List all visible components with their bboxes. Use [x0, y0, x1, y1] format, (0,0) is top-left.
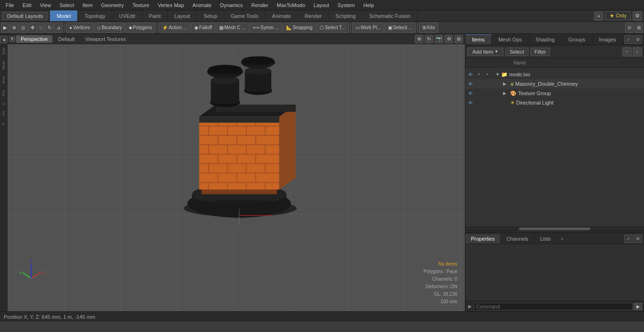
viewport-tab-textures[interactable]: Viewport Textures [80, 35, 131, 43]
panel-tab-items[interactable]: Items [465, 34, 492, 44]
prop-expand-icon[interactable]: ⤢ [624, 235, 633, 243]
prop-tab-lists[interactable]: Lists [535, 234, 557, 243]
panel-tab-groups[interactable]: Groups [561, 35, 592, 44]
menu-item[interactable]: Item [79, 1, 96, 9]
panel-expand-icon[interactable]: ⤢ [624, 35, 633, 44]
menu-view[interactable]: View [36, 1, 55, 9]
tree-expand-masonry[interactable]: ▶ [503, 81, 509, 86]
scene-tree[interactable]: 👁 + + ▼ 📁 modo.lxo 👁 ▶ ◈ Masonry_Double_… [465, 68, 644, 227]
command-submit-btn[interactable]: ▶ [634, 303, 642, 310]
layout-tab-game-tools[interactable]: Game Tools [224, 10, 266, 21]
tool-box-icon[interactable]: □ [37, 23, 45, 33]
menu-geometry[interactable]: Geometry [97, 1, 127, 9]
prop-tab-plus[interactable]: + [557, 234, 567, 243]
menu-system[interactable]: System [334, 1, 359, 9]
menu-dynamics[interactable]: Dynamics [216, 1, 247, 9]
tool-work-pl[interactable]: ▭ Work Pl... [352, 23, 384, 33]
viewport-tab-default[interactable]: Default [53, 35, 79, 43]
menu-select[interactable]: Select [56, 1, 78, 9]
tool-viewport-mode[interactable]: ⊞ [635, 23, 643, 33]
tree-expand-tg[interactable]: ▶ [503, 91, 509, 96]
tool-boundary[interactable]: ◇ Boundary [94, 23, 125, 33]
layout-tab-schematic-fusion[interactable]: Schematic Fusion [363, 10, 417, 21]
viewport-expand-icon[interactable]: ⊞ [454, 35, 463, 43]
select-button[interactable]: Select [505, 48, 528, 56]
tree-item-masonry[interactable]: 👁 ▶ ◈ Masonry_Double_Chimney [465, 79, 644, 89]
tool-selecti[interactable]: ▣ Selecti ... [385, 23, 416, 33]
command-input[interactable] [474, 303, 633, 310]
layout-tab-uvedit[interactable]: UVEdit [112, 10, 142, 21]
tree-vis-texture-group[interactable]: 👁 [466, 89, 475, 97]
viewport-rotate-icon[interactable]: ↻ [425, 35, 433, 43]
tree-item-modo-lxo[interactable]: 👁 + + ▼ 📁 modo.lxo [465, 70, 644, 79]
items-arrow-icon[interactable]: ↓ [633, 47, 642, 57]
sidebar-label-uv[interactable]: UV [1, 108, 6, 119]
star-only-button[interactable]: ★ Only [605, 11, 631, 20]
tool-vertices[interactable]: ● Vertices [66, 23, 93, 33]
viewport-canvas[interactable]: X Y Z No Items Polygons : Face Channels:… [8, 44, 465, 311]
viewport-tab-perspective[interactable]: Perspective [16, 35, 52, 43]
viewport-camera-icon[interactable]: 📷 [435, 35, 443, 43]
menu-layout[interactable]: Layout [310, 1, 333, 9]
viewport-settings-icon[interactable]: ⚙ [445, 35, 453, 43]
tool-rotate-icon[interactable]: ↻ [45, 23, 54, 33]
panel-settings-icon[interactable]: ⚙ [634, 35, 642, 44]
layout-tab-model[interactable]: Model [50, 10, 78, 21]
tool-kits[interactable]: ⊞ Kits [419, 23, 438, 33]
tool-scale-icon[interactable]: ⊿ [54, 23, 63, 33]
prop-tab-properties[interactable]: Properties [465, 234, 501, 243]
menu-file[interactable]: File [2, 1, 18, 9]
layout-tab-layout[interactable]: Layout [168, 10, 197, 21]
menu-edit[interactable]: Edit [19, 1, 35, 9]
layout-tab-paint[interactable]: Paint [142, 10, 168, 21]
tree-vis-modo-lxo[interactable]: 👁 [466, 70, 475, 79]
sidebar-collapse-btn[interactable]: ◀ [0, 36, 8, 43]
tool-select-icon[interactable]: ▶ [1, 23, 9, 33]
tool-transform-icon[interactable]: ✥ [28, 23, 37, 33]
tool-lasso-icon[interactable]: ◎ [19, 23, 28, 33]
default-layouts-dropdown[interactable]: Default Layouts [2, 12, 48, 20]
menu-animate[interactable]: Animate [189, 1, 215, 9]
panel-tab-images[interactable]: Images [593, 35, 623, 44]
tree-scrollbar-thumb[interactable] [519, 227, 591, 230]
tool-snapping[interactable]: 📐 Snapping [283, 23, 316, 33]
menu-maxtomodo[interactable]: MaxToModo [273, 1, 309, 9]
tool-grid-icon[interactable]: ⊕ [10, 23, 18, 33]
panel-tab-shading[interactable]: Shading [529, 35, 561, 44]
layout-tab-scripting[interactable]: Scripting [329, 10, 363, 21]
sidebar-label-pol[interactable]: Pol. [1, 87, 6, 99]
tree-vis-directional-light[interactable]: 👁 [466, 98, 475, 107]
prop-tab-channels[interactable]: Channels [501, 234, 534, 243]
tool-polygons[interactable]: ■ Polygons [125, 23, 155, 33]
add-item-button[interactable]: Add Item ▼ [467, 48, 504, 56]
tool-select-t[interactable]: ⬡ Select T... [316, 23, 349, 33]
sidebar-label-mesh[interactable]: Mesh [1, 58, 6, 73]
menu-help[interactable]: Help [360, 1, 378, 9]
sidebar-label-env[interactable]: Env. [1, 73, 6, 86]
layout-add-button[interactable]: + [594, 11, 603, 21]
layout-tab-setup[interactable]: Setup [197, 10, 224, 21]
panel-tab-mesh-ops[interactable]: Mesh Ops [492, 35, 529, 44]
tool-symm[interactable]: ⟺ Symm ... [249, 23, 282, 33]
menu-render[interactable]: Render [248, 1, 272, 9]
menu-vertex-map[interactable]: Vertex Map [154, 1, 188, 9]
tool-mesh-c[interactable]: ▦ Mesh C ... [216, 23, 249, 33]
sidebar-label-f[interactable]: F [1, 120, 6, 128]
sidebar-label-c[interactable]: C [1, 99, 6, 108]
tree-item-directional-light[interactable]: 👁 ☀ Directional Light [465, 98, 644, 107]
tree-expand-modo-lxo[interactable]: ▼ [495, 72, 500, 77]
viewport-config-btn[interactable]: ▼ [9, 36, 15, 42]
tool-viewport-center[interactable]: ⊙ [625, 23, 634, 33]
filter-button[interactable]: Filter [530, 48, 550, 56]
layout-tab-render[interactable]: Render [298, 10, 329, 21]
tree-vis-masonry[interactable]: 👁 [466, 80, 475, 88]
viewport-fit-icon[interactable]: ⊕ [415, 35, 423, 43]
layout-tab-topology[interactable]: Topology [78, 10, 112, 21]
sidebar-label-dup[interactable]: Dup. [1, 44, 6, 57]
prop-settings-icon[interactable]: ⚙ [634, 235, 642, 243]
items-minus-icon[interactable]: − [622, 47, 632, 57]
layout-settings-button[interactable]: ⚙ [633, 11, 642, 21]
menu-texture[interactable]: Texture [129, 1, 153, 9]
layout-tab-animate[interactable]: Animate [265, 10, 298, 21]
tree-item-texture-group[interactable]: 👁 ▶ 🎨 Texture Group [465, 89, 644, 98]
